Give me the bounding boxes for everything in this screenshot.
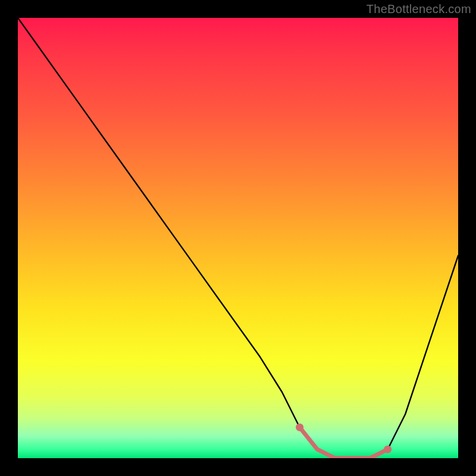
plot-area <box>18 18 458 458</box>
highlight-segment <box>300 427 388 458</box>
chart-frame <box>18 18 458 458</box>
bottleneck-curve-path <box>18 18 458 458</box>
curve-svg <box>18 18 458 458</box>
watermark-text: TheBottleneck.com <box>367 2 471 16</box>
highlight-dot-start <box>296 424 303 431</box>
highlight-dot-end <box>384 446 392 453</box>
